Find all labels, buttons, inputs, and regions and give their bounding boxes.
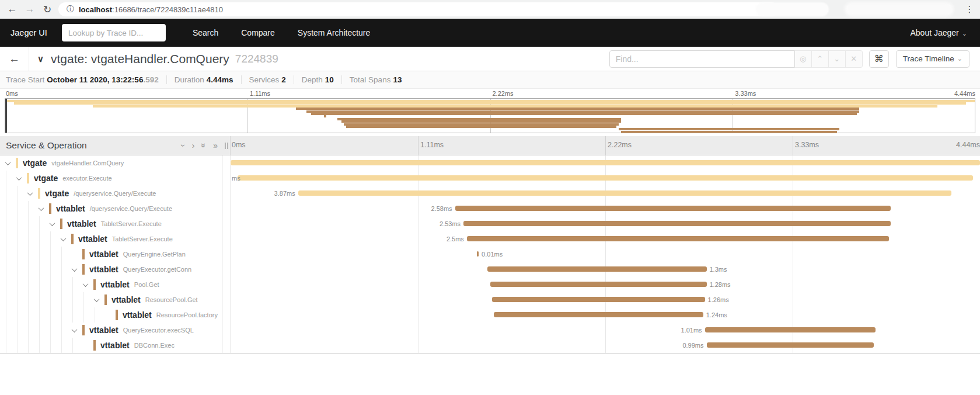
span-bar[interactable] bbox=[705, 327, 876, 332]
find-prev-icon[interactable]: ⌃ bbox=[812, 50, 829, 68]
span-gantt-cell[interactable]: 0.99ms bbox=[231, 338, 980, 353]
span-bar[interactable] bbox=[490, 282, 706, 287]
span-row[interactable]: vttabletPool.Get1.28ms bbox=[0, 277, 980, 292]
indent-guide bbox=[6, 201, 17, 216]
span-tree-cell[interactable]: vttabletDBConn.Exec bbox=[0, 338, 222, 353]
span-row[interactable]: vtgate/queryservice.Query/Execute3.87ms bbox=[0, 186, 980, 201]
collapse-one-level-icon[interactable]: › bbox=[179, 144, 188, 147]
indent-guide bbox=[50, 277, 61, 292]
trace-id-lookup-input[interactable] bbox=[62, 24, 166, 41]
span-bar[interactable] bbox=[492, 297, 705, 302]
span-row[interactable]: vttabletQueryExecutor.getConn1.3ms bbox=[0, 262, 980, 277]
span-tree-cell[interactable]: vtgate/queryservice.Query/Execute bbox=[0, 186, 222, 201]
span-tree-cell[interactable]: vtgatevtgateHandler.ComQuery bbox=[0, 155, 222, 171]
span-row[interactable]: vttabletQueryExecutor.execSQL1.01ms bbox=[0, 323, 980, 338]
span-tree-cell[interactable]: vttabletTabletServer.Execute bbox=[0, 216, 222, 231]
span-row[interactable]: vttabletDBConn.Exec0.99ms bbox=[0, 338, 980, 353]
address-bar[interactable]: ⓘ localhost:16686/trace/7224839c11ae4810 bbox=[58, 2, 779, 16]
span-tree-cell[interactable]: vttabletResourcePool.factory bbox=[0, 307, 222, 323]
span-bar[interactable] bbox=[707, 342, 874, 348]
span-bar[interactable] bbox=[455, 206, 891, 211]
span-gantt-cell[interactable]: 2.58ms bbox=[231, 201, 980, 216]
resize-grip-icon[interactable] bbox=[225, 143, 226, 149]
span-row[interactable]: vttablet/queryservice.Query/Execute2.58m… bbox=[0, 201, 980, 216]
span-bar[interactable] bbox=[463, 221, 891, 226]
span-bar[interactable] bbox=[487, 266, 707, 272]
span-toggle-chevron-icon[interactable] bbox=[83, 281, 89, 287]
find-next-icon[interactable]: ⌄ bbox=[829, 50, 846, 68]
span-tree-cell[interactable]: vttabletTabletServer.Execute bbox=[0, 231, 222, 247]
site-info-icon[interactable]: ⓘ bbox=[67, 4, 74, 15]
browser-forward-icon[interactable]: → bbox=[21, 4, 39, 15]
span-tree-cell[interactable]: vttabletResourcePool.Get bbox=[0, 292, 222, 307]
collapse-all-icon[interactable]: » bbox=[199, 143, 208, 148]
indent-guide bbox=[39, 231, 50, 247]
span-toggle-chevron-icon[interactable] bbox=[94, 296, 100, 302]
timeline-minimap[interactable] bbox=[5, 98, 975, 133]
span-tree-cell[interactable]: vttabletQueryExecutor.getConn bbox=[0, 262, 222, 277]
span-gantt-cell[interactable]: 3.87ms bbox=[231, 186, 980, 201]
find-clear-icon[interactable]: ✕ bbox=[846, 50, 863, 68]
span-gantt-cell[interactable]: 2.53ms bbox=[231, 216, 980, 231]
collapse-trace-chevron-icon[interactable]: ∨ bbox=[37, 54, 44, 64]
span-toggle-chevron-icon[interactable] bbox=[5, 160, 11, 165]
span-gantt-cell[interactable]: 1.28ms bbox=[231, 277, 980, 292]
meta-duration: Duration4.44ms bbox=[166, 75, 241, 84]
span-bar[interactable] bbox=[231, 160, 980, 165]
span-bar[interactable] bbox=[494, 312, 703, 317]
span-tree-cell[interactable]: vttabletQueryExecutor.execSQL bbox=[0, 323, 222, 338]
span-tree-cell[interactable]: vttabletPool.Get bbox=[0, 277, 222, 292]
span-toggle-chevron-icon[interactable] bbox=[27, 190, 33, 196]
span-row[interactable]: vttabletQueryEngine.GetPlan0.01ms bbox=[0, 247, 980, 262]
span-bar[interactable] bbox=[238, 175, 974, 181]
find-input[interactable] bbox=[609, 50, 795, 68]
operation-name: /queryservice.Query/Execute bbox=[90, 205, 172, 212]
column-resize-divider[interactable] bbox=[222, 136, 231, 155]
brand-jaeger-ui[interactable]: Jaeger UI bbox=[0, 28, 58, 37]
span-tree-cell[interactable]: vtgateexecutor.Execute bbox=[0, 171, 222, 186]
span-toggle-chevron-icon[interactable] bbox=[16, 175, 22, 181]
span-gantt-cell[interactable]: 1.3ms bbox=[231, 262, 980, 277]
span-tree-cell[interactable]: vttabletQueryEngine.GetPlan bbox=[0, 247, 222, 262]
nav-item-system-architecture[interactable]: System Architecture bbox=[298, 28, 371, 37]
span-row[interactable]: vttabletTabletServer.Execute2.53ms bbox=[0, 216, 980, 231]
span-row[interactable]: vttabletResourcePool.factory1.24ms bbox=[0, 307, 980, 323]
indent-guide bbox=[72, 338, 83, 353]
indent-guide bbox=[28, 216, 39, 231]
expand-all-icon[interactable]: » bbox=[213, 141, 218, 150]
back-button[interactable]: ← bbox=[0, 47, 29, 71]
column-divider bbox=[222, 323, 231, 338]
trace-view-selector[interactable]: Trace Timeline ⌄ bbox=[896, 50, 969, 68]
keyboard-shortcuts-button[interactable]: ⌘ bbox=[869, 50, 889, 68]
find-match-target-icon[interactable]: ◎ bbox=[795, 50, 812, 68]
span-gantt-cell[interactable]: 1.26ms bbox=[231, 292, 980, 307]
nav-item-search[interactable]: Search bbox=[193, 28, 218, 37]
span-bar[interactable] bbox=[298, 190, 951, 196]
indent-guide bbox=[72, 277, 83, 292]
browser-back-icon[interactable]: ← bbox=[4, 4, 21, 15]
browser-reload-icon[interactable]: ↻ bbox=[39, 4, 56, 16]
span-row[interactable]: vtgatevtgateHandler.ComQuery bbox=[0, 155, 980, 171]
span-row[interactable]: vtgateexecutor.Executems bbox=[0, 171, 980, 186]
span-toggle-chevron-icon[interactable] bbox=[39, 205, 44, 211]
span-toggle-chevron-icon[interactable] bbox=[72, 266, 78, 272]
nav-item-compare[interactable]: Compare bbox=[241, 28, 275, 37]
span-gantt-cell[interactable]: 0.01ms bbox=[231, 247, 980, 262]
span-toggle-chevron-icon[interactable] bbox=[61, 235, 67, 241]
span-bar[interactable] bbox=[467, 236, 889, 241]
span-row[interactable]: vttabletTabletServer.Execute2.5ms bbox=[0, 231, 980, 247]
span-toggle-chevron-icon[interactable] bbox=[72, 327, 78, 332]
span-toggle-chevron-icon[interactable] bbox=[50, 220, 55, 226]
span-gantt-cell[interactable] bbox=[231, 155, 980, 171]
about-jaeger-menu[interactable]: About Jaeger⌄ bbox=[910, 28, 967, 37]
span-gantt-cell[interactable]: 2.5ms bbox=[231, 231, 980, 247]
span-gantt-cell[interactable]: ms bbox=[231, 171, 980, 186]
expand-one-level-icon[interactable]: › bbox=[192, 141, 195, 150]
span-gantt-cell[interactable]: 1.01ms bbox=[231, 323, 980, 338]
span-bar[interactable] bbox=[477, 251, 479, 257]
span-gantt-cell[interactable]: 1.24ms bbox=[231, 307, 980, 323]
minimap-scrubber-handle[interactable] bbox=[5, 99, 7, 133]
browser-menu-kebab-icon[interactable]: ⋮ bbox=[962, 0, 977, 19]
span-row[interactable]: vttabletResourcePool.Get1.26ms bbox=[0, 292, 980, 307]
span-tree-cell[interactable]: vttablet/queryservice.Query/Execute bbox=[0, 201, 222, 216]
